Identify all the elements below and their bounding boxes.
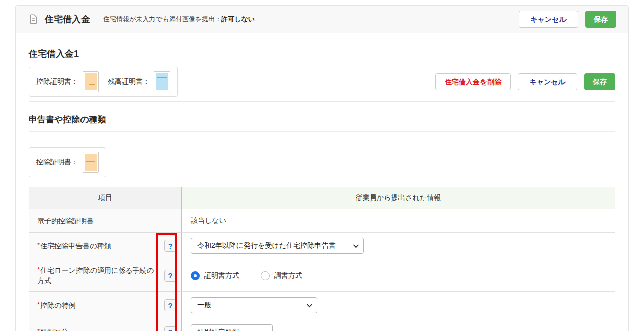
table-row-label: *取得区分 ? <box>29 319 181 331</box>
deduction-certificate-thumbnail[interactable] <box>83 71 99 92</box>
chevron-down-icon <box>262 328 268 331</box>
required-mark: * <box>37 241 40 249</box>
header-save-button[interactable]: 保存 <box>585 11 616 28</box>
chevron-down-icon <box>307 302 312 307</box>
deduction-certificate-thumbnail-2[interactable] <box>83 152 99 173</box>
loan-save-button[interactable]: 保存 <box>584 73 615 90</box>
help-icon[interactable]: ? <box>164 326 176 331</box>
special-deduction-select[interactable]: 一般 <box>191 297 317 313</box>
column-header-info: 従業員から提出された情報 <box>181 187 615 209</box>
deduction-certificate-item: 控除証明書： <box>36 71 99 92</box>
table-row-label: 電子的控除証明書 <box>29 209 181 232</box>
table-row-value: 特別特定取得 <box>181 319 615 331</box>
table-row-value: 令和2年以降に発行を受けた住宅控除申告書 <box>181 232 615 259</box>
loan-cancel-button[interactable]: キャンセル <box>518 73 577 90</box>
radio-unselected-icon <box>261 271 270 280</box>
help-icon[interactable]: ? <box>164 270 176 282</box>
table-row-label: *控除の特例 ? <box>29 291 181 319</box>
required-mark: * <box>37 327 40 331</box>
table-row-value: 証明書方式 調書方式 <box>181 259 615 291</box>
loan-attachments-box: 控除証明書： 残高証明書： <box>29 67 178 97</box>
declaration-section-heading: 申告書や控除の種類 <box>29 114 615 132</box>
declaration-type-select[interactable]: 令和2年以降に発行を受けた住宅控除申告書 <box>191 238 364 254</box>
required-mark: * <box>37 301 40 308</box>
deduction-certificate-label-2: 控除証明書： <box>36 158 78 167</box>
panel-header: 住宅借入金 住宅情報が未入力でも添付画像を提出：許可しない キャンセル 保存 <box>16 6 628 33</box>
balance-certificate-item: 残高証明書： <box>108 71 170 92</box>
radio-certificate-method[interactable]: 証明書方式 <box>191 271 239 280</box>
radio-selected-icon <box>191 271 200 280</box>
table-row-value: 該当しない <box>181 209 615 232</box>
electronic-certificate-value: 該当しない <box>191 216 226 225</box>
deduction-certificate-item-2: 控除証明書： <box>36 152 99 173</box>
acquisition-category-select[interactable]: 特別特定取得 <box>191 324 273 331</box>
table-row-label: *住宅ローン控除の適用に係る手続の方式 ? <box>29 259 181 291</box>
delete-loan-button[interactable]: 住宅借入金を削除 <box>435 73 511 90</box>
column-header-item: 項目 <box>29 187 181 209</box>
help-icon[interactable]: ? <box>164 240 176 252</box>
table-row-value: 一般 <box>181 291 615 319</box>
balance-certificate-thumbnail[interactable] <box>154 71 170 92</box>
balance-certificate-label: 残高証明書： <box>108 77 150 86</box>
submission-policy-note: 住宅情報が未入力でも添付画像を提出：許可しない <box>103 15 255 24</box>
page-title: 住宅借入金 <box>45 13 90 25</box>
chevron-down-icon <box>353 242 359 248</box>
document-icon <box>28 14 39 25</box>
declaration-attachment-box: 控除証明書： <box>29 147 106 177</box>
table-row-label: *住宅控除申告書の種類 ? <box>29 232 181 259</box>
radio-record-method[interactable]: 調書方式 <box>261 271 302 280</box>
required-mark: * <box>37 266 40 273</box>
help-icon[interactable]: ? <box>164 299 176 311</box>
policy-value: 許可しない <box>221 15 255 23</box>
submitted-info-table: 項目 従業員から提出された情報 電子的控除証明書 該当しない *住宅控除申告書の… <box>29 187 615 331</box>
section-divider <box>29 101 615 102</box>
header-cancel-button[interactable]: キャンセル <box>519 11 578 28</box>
housing-loan-panel: 住宅借入金 住宅情報が未入力でも添付画像を提出：許可しない キャンセル 保存 住… <box>15 5 629 331</box>
deduction-certificate-label: 控除証明書： <box>36 77 78 86</box>
loan-section-heading: 住宅借入金1 <box>29 48 615 60</box>
